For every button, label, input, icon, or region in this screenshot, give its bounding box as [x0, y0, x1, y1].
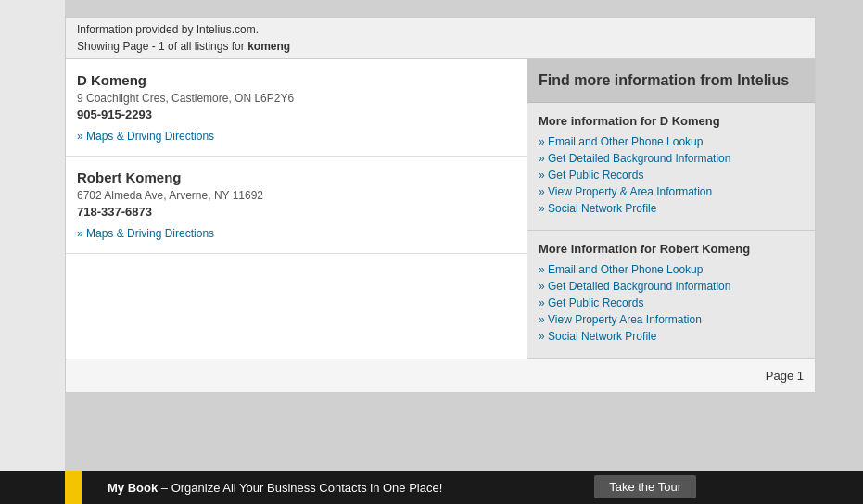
intelius-2-link-2[interactable]: » Get Public Records — [539, 296, 804, 309]
intelius-1-link-0[interactable]: » Email and Other Phone Lookup — [539, 135, 804, 148]
listing-1-name: D Komeng — [77, 72, 515, 88]
showing-line: Showing Page - 1 of all listings for kom… — [77, 40, 804, 53]
page-label: Page 1 — [766, 369, 804, 383]
listing-1-phone: 905-915-2293 — [77, 107, 515, 121]
main-container: Information provided by Intelius.com. Sh… — [65, 17, 816, 393]
page-info: Page - 1 — [122, 40, 164, 53]
intelius-1-link-3[interactable]: » View Property & Area Information — [539, 185, 804, 198]
intelius-section-1-title: More information for D Komeng — [539, 114, 804, 128]
listing-1-maps-link[interactable]: » Maps & Driving Directions — [77, 130, 214, 143]
intelius-2-link-3[interactable]: » View Property Area Information — [539, 313, 804, 326]
listing-2-address: 6702 Almeda Ave, Arverne, NY 11692 — [77, 189, 515, 202]
listing-2-maps-link[interactable]: » Maps & Driving Directions — [77, 227, 214, 240]
listing-2-phone: 718-337-6873 — [77, 205, 515, 219]
showing-prefix: Showing — [77, 40, 120, 53]
yellow-tab — [65, 471, 82, 504]
intelius-section-1: More information for D Komeng » Email an… — [527, 103, 815, 231]
intelius-2-link-4[interactable]: » Social Network Profile — [539, 330, 804, 343]
right-panel: Find more information from Intelius More… — [527, 59, 815, 359]
right-header-title: Find more information from Intelius — [527, 59, 815, 103]
bottom-bar-text: My Book – Organize All Your Business Con… — [108, 481, 442, 495]
dash: – — [161, 481, 168, 495]
left-sidebar — [0, 0, 65, 472]
intelius-2-link-1[interactable]: » Get Detailed Background Information — [539, 280, 804, 293]
left-panel: D Komeng 9 Coachlight Cres, Castlemore, … — [66, 59, 527, 359]
tagline: Organize All Your Business Contacts in O… — [171, 481, 443, 495]
listing-2-name: Robert Komeng — [77, 170, 515, 185]
of-all-text: of all listings for — [168, 40, 245, 53]
info-bar: Information provided by Intelius.com. Sh… — [66, 18, 815, 59]
provided-by-text: Information provided by Intelius.com. — [77, 23, 804, 36]
query-text: komeng — [247, 40, 290, 53]
mybook-label: My Book — [108, 481, 158, 495]
listing-1-address: 9 Coachlight Cres, Castlemore, ON L6P2Y6 — [77, 92, 515, 105]
intelius-1-link-4[interactable]: » Social Network Profile — [539, 202, 804, 215]
pagination-bar: Page 1 — [66, 359, 815, 392]
intelius-2-link-0[interactable]: » Email and Other Phone Lookup — [539, 263, 804, 276]
content-area: D Komeng 9 Coachlight Cres, Castlemore, … — [66, 59, 815, 359]
intelius-1-link-1[interactable]: » Get Detailed Background Information — [539, 152, 804, 165]
take-the-tour-button[interactable]: Take the Tour — [594, 475, 696, 498]
intelius-section-2-title: More information for Robert Komeng — [539, 242, 804, 256]
intelius-1-link-2[interactable]: » Get Public Records — [539, 169, 804, 182]
listing-entry-1: D Komeng 9 Coachlight Cres, Castlemore, … — [66, 59, 527, 157]
intelius-section-2: More information for Robert Komeng » Ema… — [527, 231, 815, 359]
listing-entry-2: Robert Komeng 6702 Almeda Ave, Arverne, … — [66, 157, 527, 254]
bottom-bar: My Book – Organize All Your Business Con… — [0, 471, 863, 504]
